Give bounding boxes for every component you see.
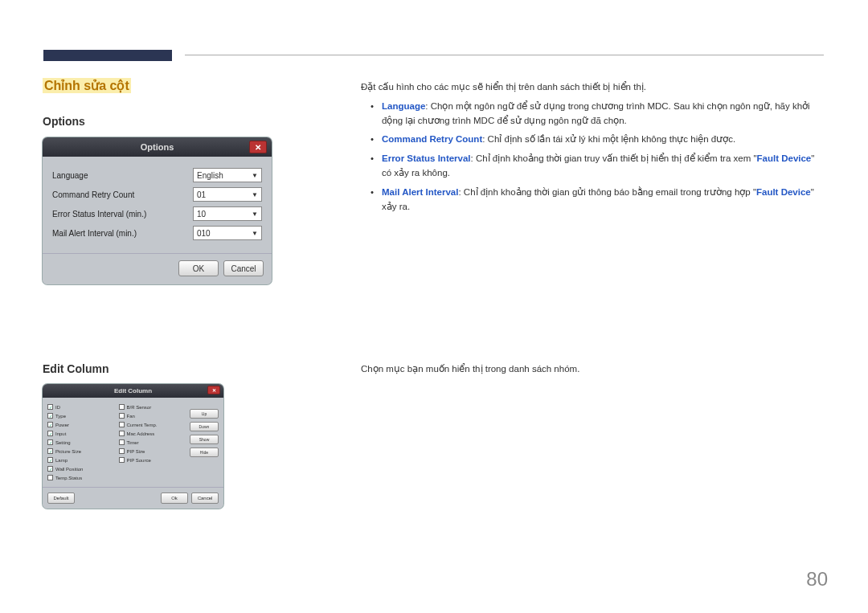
- checkbox-icon: ✓: [47, 448, 53, 454]
- edit-column-description: Chọn mục bạn muốn hiển thị trong danh sá…: [361, 363, 823, 374]
- bullet-mail: Mail Alert Interval: Chỉ định khoảng thờ…: [374, 186, 823, 215]
- desc-language: : Chọn một ngôn ngữ để sử dụng trong chư…: [382, 101, 810, 125]
- edit-dialog-title: Edit Column ✕: [43, 384, 223, 398]
- checkbox-icon: [119, 448, 125, 454]
- retry-select[interactable]: 01 ▼: [193, 187, 262, 202]
- option-label: Language: [52, 171, 88, 180]
- term-fault2: Fault Device: [756, 187, 811, 197]
- checkbox-icon: ✓: [47, 439, 53, 445]
- edit-dialog-body: ✓ID✓Type✓Power✓Input✓Setting✓Picture Siz…: [43, 398, 223, 487]
- checkbox-item[interactable]: Fan: [119, 413, 186, 419]
- mail-select[interactable]: 010 ▼: [193, 226, 262, 240]
- checkbox-item[interactable]: PIP Size: [119, 448, 186, 454]
- checkbox-item[interactable]: ✓Picture Size: [47, 448, 114, 454]
- checkbox-item[interactable]: ✓Wall Position: [47, 466, 114, 472]
- checkbox-icon: [119, 457, 125, 463]
- checkbox-label: B/R Sensor: [127, 405, 152, 410]
- checkbox-label: PIP Size: [127, 449, 145, 454]
- option-row-error: Error Status Interval (min.) 10 ▼: [52, 206, 262, 221]
- chevron-down-icon: ▼: [252, 172, 258, 179]
- edit-column-dialog: Edit Column ✕ ✓ID✓Type✓Power✓Input✓Setti…: [43, 384, 223, 509]
- term-fault1: Fault Device: [757, 153, 812, 163]
- checkbox-label: Lamp: [55, 458, 68, 463]
- checkbox-item[interactable]: Current Temp.: [119, 422, 186, 427]
- checkbox-icon: ✓: [47, 413, 53, 419]
- chevron-down-icon: ▼: [252, 210, 258, 218]
- checkbox-item[interactable]: ✓Input: [47, 431, 114, 436]
- select-value: 01: [197, 190, 206, 199]
- options-dialog-title-text: Options: [141, 142, 174, 152]
- checkbox-icon: [119, 404, 125, 410]
- checkbox-item[interactable]: PIP Source: [119, 457, 186, 463]
- checkbox-item[interactable]: Timer: [119, 439, 186, 445]
- language-select[interactable]: English ▼: [193, 168, 262, 182]
- down-button[interactable]: Down: [190, 422, 219, 431]
- checkbox-label: Timer: [127, 440, 139, 445]
- checkbox-item[interactable]: Temp.Status: [47, 475, 114, 480]
- checkbox-label: Picture Size: [55, 449, 81, 454]
- edit-column-left: ✓ID✓Type✓Power✓Input✓Setting✓Picture Siz…: [47, 404, 114, 480]
- checkbox-item[interactable]: ✓Type: [47, 413, 114, 419]
- default-button[interactable]: Default: [47, 492, 75, 504]
- page-number: 80: [806, 568, 828, 591]
- chevron-down-icon: ▼: [252, 191, 258, 198]
- term-retry: Command Retry Count: [382, 134, 482, 144]
- checkbox-icon: [119, 413, 125, 419]
- edit-column-right: B/R SensorFanCurrent Temp.Mac AddressTim…: [119, 404, 186, 480]
- cancel-button[interactable]: Cancel: [191, 492, 219, 504]
- checkbox-item[interactable]: ✓Power: [47, 422, 114, 427]
- checkbox-icon: ✓: [47, 404, 53, 410]
- hide-button[interactable]: Hide: [190, 447, 219, 457]
- checkbox-label: Setting: [55, 440, 71, 445]
- checkbox-label: Current Temp.: [127, 423, 158, 427]
- term-language: Language: [382, 101, 425, 111]
- term-error: Error Status Interval: [382, 153, 471, 163]
- select-value: 010: [197, 229, 211, 238]
- option-label: Mail Alert Interval (min.): [52, 229, 137, 238]
- close-icon[interactable]: ✕: [249, 141, 267, 153]
- option-row-mail: Mail Alert Interval (min.) 010 ▼: [52, 226, 262, 240]
- option-row-language: Language English ▼: [52, 168, 262, 182]
- cancel-button[interactable]: Cancel: [223, 260, 264, 276]
- checkbox-icon: ✓: [47, 457, 53, 463]
- ok-button[interactable]: Ok: [161, 492, 188, 504]
- header-rule: [185, 55, 824, 55]
- checkbox-icon: [119, 431, 125, 436]
- edit-dialog-title-text: Edit Column: [114, 387, 152, 394]
- checkbox-icon: ✓: [47, 431, 53, 436]
- ok-button[interactable]: OK: [178, 260, 219, 276]
- checkbox-icon: ✓: [47, 466, 53, 472]
- checkbox-icon: ✓: [47, 422, 53, 427]
- checkbox-item[interactable]: B/R Sensor: [119, 404, 186, 410]
- checkbox-label: Mac Address: [127, 431, 155, 436]
- checkbox-item[interactable]: Mac Address: [119, 431, 186, 436]
- select-value: 10: [197, 210, 206, 219]
- options-dialog-footer: OK Cancel: [43, 253, 272, 284]
- checkbox-label: ID: [55, 405, 60, 410]
- option-label: Command Retry Count: [52, 190, 134, 199]
- error-select[interactable]: 10 ▼: [193, 206, 262, 221]
- select-value: English: [197, 171, 223, 180]
- checkbox-item[interactable]: ✓Setting: [47, 439, 114, 445]
- checkbox-label: PIP Source: [127, 458, 151, 463]
- checkbox-item[interactable]: ✓Lamp: [47, 457, 114, 463]
- up-button[interactable]: Up: [190, 409, 219, 419]
- subheading-edit-column: Edit Column: [43, 362, 108, 375]
- bullet-retry: Command Retry Count: Chỉ định số lần tái…: [374, 133, 823, 147]
- checkbox-icon: [119, 422, 125, 427]
- term-mail: Mail Alert Interval: [382, 187, 458, 197]
- options-dialog: Options ✕ Language English ▼ Command Ret…: [43, 137, 272, 284]
- checkbox-item[interactable]: ✓ID: [47, 404, 114, 410]
- intro-text: Đặt cấu hình cho các mục sẽ hiển thị trê…: [361, 80, 823, 95]
- checkbox-label: Fan: [127, 414, 135, 419]
- bullet-language: Language: Chọn một ngôn ngữ để sử dụng t…: [374, 100, 823, 129]
- subheading-options: Options: [43, 115, 85, 128]
- edit-dialog-footer: Default Ok Cancel: [43, 487, 223, 509]
- checkbox-label: Temp.Status: [55, 476, 82, 480]
- desc-retry: : Chỉ định số lần tái xử lý khi một lệnh…: [482, 134, 735, 144]
- show-button[interactable]: Show: [190, 435, 219, 444]
- options-description: Đặt cấu hình cho các mục sẽ hiển thị trê…: [361, 80, 823, 219]
- close-icon[interactable]: ✕: [207, 386, 220, 394]
- option-label: Error Status Interval (min.): [52, 210, 146, 219]
- desc-mail-mid: : Chỉ định khoảng thời gian gửi thông bá…: [458, 187, 756, 197]
